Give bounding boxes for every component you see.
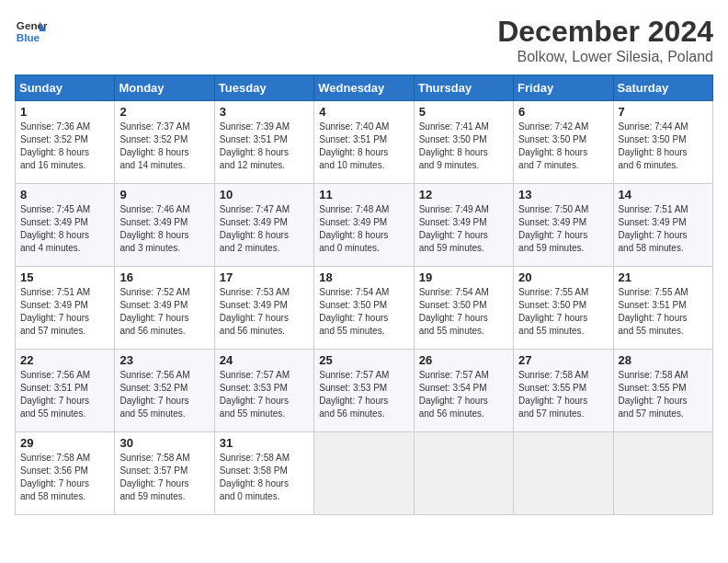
calendar-table: SundayMondayTuesdayWednesdayThursdayFrid… [15, 75, 713, 515]
calendar-cell: 23Sunrise: 7:56 AM Sunset: 3:52 PM Dayli… [115, 350, 214, 432]
day-number: 26 [419, 353, 508, 367]
calendar-cell: 31Sunrise: 7:58 AM Sunset: 3:58 PM Dayli… [214, 432, 313, 515]
svg-text:Blue: Blue [17, 31, 40, 43]
weekday-header-tuesday: Tuesday [214, 75, 313, 101]
logo: General Blue [15, 15, 48, 48]
day-info: Sunrise: 7:58 AM Sunset: 3:58 PM Dayligh… [220, 452, 309, 503]
day-info: Sunrise: 7:53 AM Sunset: 3:49 PM Dayligh… [220, 286, 309, 338]
calendar-cell: 28Sunrise: 7:58 AM Sunset: 3:55 PM Dayli… [613, 350, 712, 432]
day-info: Sunrise: 7:42 AM Sunset: 3:50 PM Dayligh… [518, 121, 608, 172]
weekday-header-monday: Monday [115, 75, 214, 101]
calendar-cell [514, 432, 613, 515]
calendar-cell [314, 432, 414, 515]
calendar-cell: 14Sunrise: 7:51 AM Sunset: 3:49 PM Dayli… [613, 184, 712, 267]
calendar-week-row: 22Sunrise: 7:56 AM Sunset: 3:51 PM Dayli… [16, 350, 713, 432]
calendar-cell [414, 432, 513, 515]
calendar-cell: 29Sunrise: 7:58 AM Sunset: 3:56 PM Dayli… [16, 432, 115, 515]
day-number: 4 [319, 105, 408, 119]
day-number: 7 [619, 105, 708, 119]
day-number: 23 [119, 353, 209, 367]
weekday-header-saturday: Saturday [613, 75, 712, 101]
day-number: 20 [518, 270, 608, 284]
calendar-cell: 8Sunrise: 7:45 AM Sunset: 3:49 PM Daylig… [16, 184, 115, 267]
calendar-week-row: 1Sunrise: 7:36 AM Sunset: 3:52 PM Daylig… [16, 101, 713, 184]
day-number: 5 [419, 105, 508, 119]
calendar-header-row: SundayMondayTuesdayWednesdayThursdayFrid… [16, 75, 713, 101]
calendar-cell: 10Sunrise: 7:47 AM Sunset: 3:49 PM Dayli… [214, 184, 313, 267]
weekday-header-thursday: Thursday [414, 75, 513, 101]
day-info: Sunrise: 7:57 AM Sunset: 3:53 PM Dayligh… [319, 369, 408, 420]
calendar-cell: 11Sunrise: 7:48 AM Sunset: 3:49 PM Dayli… [314, 184, 414, 267]
day-info: Sunrise: 7:37 AM Sunset: 3:52 PM Dayligh… [119, 121, 209, 172]
calendar-cell: 30Sunrise: 7:58 AM Sunset: 3:57 PM Dayli… [115, 432, 214, 515]
calendar-cell: 21Sunrise: 7:55 AM Sunset: 3:51 PM Dayli… [613, 267, 712, 350]
calendar-cell: 6Sunrise: 7:42 AM Sunset: 3:50 PM Daylig… [514, 101, 613, 184]
day-info: Sunrise: 7:52 AM Sunset: 3:49 PM Dayligh… [119, 286, 209, 338]
day-number: 27 [518, 353, 608, 367]
day-info: Sunrise: 7:40 AM Sunset: 3:51 PM Dayligh… [319, 121, 408, 172]
calendar-cell: 25Sunrise: 7:57 AM Sunset: 3:53 PM Dayli… [314, 350, 414, 432]
day-number: 24 [220, 353, 309, 367]
day-number: 25 [319, 353, 408, 367]
location-title: Bolkow, Lower Silesia, Poland [497, 49, 713, 65]
day-info: Sunrise: 7:58 AM Sunset: 3:55 PM Dayligh… [619, 369, 708, 420]
day-info: Sunrise: 7:54 AM Sunset: 3:50 PM Dayligh… [419, 286, 508, 338]
calendar-week-row: 29Sunrise: 7:58 AM Sunset: 3:56 PM Dayli… [16, 432, 713, 515]
day-number: 10 [220, 188, 309, 201]
day-number: 3 [220, 105, 309, 119]
calendar-cell: 4Sunrise: 7:40 AM Sunset: 3:51 PM Daylig… [314, 101, 414, 184]
calendar-week-row: 15Sunrise: 7:51 AM Sunset: 3:49 PM Dayli… [16, 267, 713, 350]
day-info: Sunrise: 7:51 AM Sunset: 3:49 PM Dayligh… [619, 203, 708, 255]
day-info: Sunrise: 7:56 AM Sunset: 3:52 PM Dayligh… [119, 369, 209, 420]
day-info: Sunrise: 7:58 AM Sunset: 3:56 PM Dayligh… [20, 452, 109, 503]
calendar-cell: 27Sunrise: 7:58 AM Sunset: 3:55 PM Dayli… [514, 350, 613, 432]
day-number: 2 [119, 105, 209, 119]
calendar-cell: 24Sunrise: 7:57 AM Sunset: 3:53 PM Dayli… [214, 350, 313, 432]
day-number: 13 [518, 188, 608, 201]
day-number: 6 [518, 105, 608, 119]
day-number: 29 [20, 436, 109, 450]
day-info: Sunrise: 7:55 AM Sunset: 3:51 PM Dayligh… [619, 286, 708, 338]
day-info: Sunrise: 7:46 AM Sunset: 3:49 PM Dayligh… [119, 203, 209, 255]
day-info: Sunrise: 7:55 AM Sunset: 3:50 PM Dayligh… [518, 286, 608, 338]
day-number: 28 [619, 353, 708, 367]
day-number: 21 [619, 270, 708, 284]
day-number: 30 [119, 436, 209, 450]
calendar-cell: 13Sunrise: 7:50 AM Sunset: 3:49 PM Dayli… [514, 184, 613, 267]
calendar-cell: 20Sunrise: 7:55 AM Sunset: 3:50 PM Dayli… [514, 267, 613, 350]
day-number: 12 [419, 188, 508, 201]
calendar-body: 1Sunrise: 7:36 AM Sunset: 3:52 PM Daylig… [16, 101, 713, 515]
day-info: Sunrise: 7:56 AM Sunset: 3:51 PM Dayligh… [20, 369, 109, 420]
day-info: Sunrise: 7:57 AM Sunset: 3:54 PM Dayligh… [419, 369, 508, 420]
weekday-header-friday: Friday [514, 75, 613, 101]
calendar-cell: 17Sunrise: 7:53 AM Sunset: 3:49 PM Dayli… [214, 267, 313, 350]
day-info: Sunrise: 7:50 AM Sunset: 3:49 PM Dayligh… [518, 203, 608, 255]
day-number: 22 [20, 353, 109, 367]
calendar-cell: 1Sunrise: 7:36 AM Sunset: 3:52 PM Daylig… [16, 101, 115, 184]
calendar-week-row: 8Sunrise: 7:45 AM Sunset: 3:49 PM Daylig… [16, 184, 713, 267]
calendar-cell [613, 432, 712, 515]
calendar-cell: 3Sunrise: 7:39 AM Sunset: 3:51 PM Daylig… [214, 101, 313, 184]
day-info: Sunrise: 7:47 AM Sunset: 3:49 PM Dayligh… [220, 203, 309, 255]
day-number: 17 [220, 270, 309, 284]
calendar-cell: 16Sunrise: 7:52 AM Sunset: 3:49 PM Dayli… [115, 267, 214, 350]
day-info: Sunrise: 7:58 AM Sunset: 3:57 PM Dayligh… [119, 452, 209, 503]
calendar-cell: 5Sunrise: 7:41 AM Sunset: 3:50 PM Daylig… [414, 101, 513, 184]
calendar-cell: 9Sunrise: 7:46 AM Sunset: 3:49 PM Daylig… [115, 184, 214, 267]
calendar-cell: 2Sunrise: 7:37 AM Sunset: 3:52 PM Daylig… [115, 101, 214, 184]
calendar-cell: 26Sunrise: 7:57 AM Sunset: 3:54 PM Dayli… [414, 350, 513, 432]
day-info: Sunrise: 7:49 AM Sunset: 3:49 PM Dayligh… [419, 203, 508, 255]
day-info: Sunrise: 7:48 AM Sunset: 3:49 PM Dayligh… [319, 203, 408, 255]
day-info: Sunrise: 7:58 AM Sunset: 3:55 PM Dayligh… [518, 369, 608, 420]
day-number: 14 [619, 188, 708, 201]
day-number: 8 [20, 188, 109, 201]
day-number: 16 [119, 270, 209, 284]
calendar-cell: 7Sunrise: 7:44 AM Sunset: 3:50 PM Daylig… [613, 101, 712, 184]
day-number: 11 [319, 188, 408, 201]
day-info: Sunrise: 7:44 AM Sunset: 3:50 PM Dayligh… [619, 121, 708, 172]
month-title: December 2024 [497, 15, 713, 49]
day-info: Sunrise: 7:45 AM Sunset: 3:49 PM Dayligh… [20, 203, 109, 255]
day-number: 15 [20, 270, 109, 284]
calendar-cell: 19Sunrise: 7:54 AM Sunset: 3:50 PM Dayli… [414, 267, 513, 350]
day-info: Sunrise: 7:54 AM Sunset: 3:50 PM Dayligh… [319, 286, 408, 338]
